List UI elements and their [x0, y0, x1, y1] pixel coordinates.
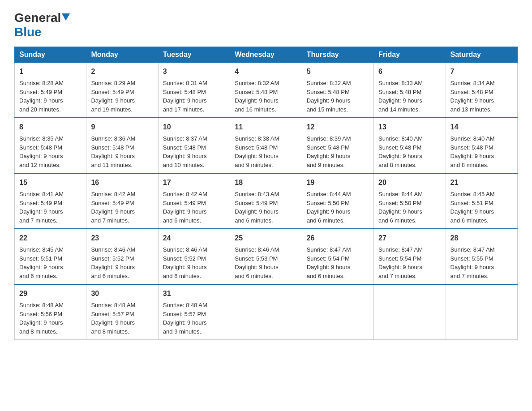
calendar-day-cell: 13Sunrise: 8:40 AMSunset: 5:48 PMDayligh…: [374, 118, 446, 173]
day-info: Sunrise: 8:37 AMSunset: 5:48 PMDaylight:…: [163, 134, 225, 169]
day-info: Sunrise: 8:44 AMSunset: 5:50 PMDaylight:…: [378, 190, 441, 225]
day-info: Sunrise: 8:32 AMSunset: 5:48 PMDaylight:…: [235, 79, 297, 114]
calendar-day-cell: 26Sunrise: 8:47 AMSunset: 5:54 PMDayligh…: [302, 229, 373, 284]
calendar-day-cell: 2Sunrise: 8:29 AMSunset: 5:49 PMDaylight…: [86, 63, 158, 118]
day-number: 11: [235, 122, 297, 133]
calendar-day-cell: 4Sunrise: 8:32 AMSunset: 5:48 PMDaylight…: [230, 63, 302, 118]
day-number: 24: [163, 233, 225, 244]
calendar-day-cell: 29Sunrise: 8:48 AMSunset: 5:56 PMDayligh…: [15, 284, 86, 340]
day-info: Sunrise: 8:48 AMSunset: 5:56 PMDaylight:…: [19, 301, 82, 336]
calendar-day-cell: 27Sunrise: 8:47 AMSunset: 5:54 PMDayligh…: [374, 229, 446, 284]
day-info: Sunrise: 8:46 AMSunset: 5:53 PMDaylight:…: [235, 245, 297, 280]
calendar-day-cell: 16Sunrise: 8:42 AMSunset: 5:49 PMDayligh…: [86, 173, 158, 229]
weekday-header-monday: Monday: [86, 47, 158, 63]
day-number: 14: [450, 122, 513, 133]
calendar-day-cell: [374, 284, 446, 340]
day-info: Sunrise: 8:28 AMSunset: 5:49 PMDaylight:…: [19, 79, 82, 114]
calendar-day-cell: [230, 284, 302, 340]
day-info: Sunrise: 8:39 AMSunset: 5:48 PMDaylight:…: [307, 134, 369, 169]
day-number: 9: [91, 122, 153, 133]
calendar-day-cell: 30Sunrise: 8:48 AMSunset: 5:57 PMDayligh…: [86, 284, 158, 340]
day-info: Sunrise: 8:31 AMSunset: 5:48 PMDaylight:…: [163, 79, 225, 114]
calendar-day-cell: 11Sunrise: 8:38 AMSunset: 5:48 PMDayligh…: [230, 118, 302, 173]
day-number: 19: [307, 177, 369, 188]
calendar-day-cell: [302, 284, 373, 340]
logo-blue: Blue: [14, 25, 42, 39]
calendar-day-cell: 25Sunrise: 8:46 AMSunset: 5:53 PMDayligh…: [230, 229, 302, 284]
day-number: 31: [163, 288, 225, 299]
day-info: Sunrise: 8:47 AMSunset: 5:54 PMDaylight:…: [378, 245, 441, 280]
calendar-day-cell: 15Sunrise: 8:41 AMSunset: 5:49 PMDayligh…: [15, 173, 86, 229]
calendar-day-cell: 3Sunrise: 8:31 AMSunset: 5:48 PMDaylight…: [158, 63, 230, 118]
calendar-day-cell: 31Sunrise: 8:48 AMSunset: 5:57 PMDayligh…: [158, 284, 230, 340]
calendar-day-cell: 28Sunrise: 8:47 AMSunset: 5:55 PMDayligh…: [446, 229, 517, 284]
day-number: 2: [91, 66, 153, 77]
day-number: 10: [163, 122, 225, 133]
day-number: 6: [378, 66, 441, 77]
day-info: Sunrise: 8:35 AMSunset: 5:48 PMDaylight:…: [19, 134, 82, 169]
day-number: 22: [19, 233, 82, 244]
day-number: 20: [378, 177, 441, 188]
day-number: 15: [19, 177, 82, 188]
calendar-week-row: 15Sunrise: 8:41 AMSunset: 5:49 PMDayligh…: [15, 173, 518, 229]
day-number: 29: [19, 288, 82, 299]
day-number: 17: [163, 177, 225, 188]
calendar-day-cell: 17Sunrise: 8:42 AMSunset: 5:49 PMDayligh…: [158, 173, 230, 229]
day-number: 1: [19, 66, 82, 77]
day-number: 5: [307, 66, 369, 77]
day-info: Sunrise: 8:48 AMSunset: 5:57 PMDaylight:…: [91, 301, 153, 336]
calendar-day-cell: 22Sunrise: 8:45 AMSunset: 5:51 PMDayligh…: [15, 229, 86, 284]
weekday-header-row: SundayMondayTuesdayWednesdayThursdayFrid…: [15, 47, 518, 63]
calendar-day-cell: 1Sunrise: 8:28 AMSunset: 5:49 PMDaylight…: [15, 63, 86, 118]
day-info: Sunrise: 8:42 AMSunset: 5:49 PMDaylight:…: [91, 190, 153, 225]
day-info: Sunrise: 8:29 AMSunset: 5:49 PMDaylight:…: [91, 79, 153, 114]
day-info: Sunrise: 8:45 AMSunset: 5:51 PMDaylight:…: [19, 245, 82, 280]
day-number: 21: [450, 177, 513, 188]
calendar-day-cell: 5Sunrise: 8:32 AMSunset: 5:48 PMDaylight…: [302, 63, 373, 118]
day-info: Sunrise: 8:48 AMSunset: 5:57 PMDaylight:…: [163, 301, 225, 336]
weekday-header-sunday: Sunday: [15, 47, 86, 63]
weekday-header-thursday: Thursday: [302, 47, 373, 63]
weekday-header-wednesday: Wednesday: [230, 47, 302, 63]
day-number: 16: [91, 177, 153, 188]
day-info: Sunrise: 8:36 AMSunset: 5:48 PMDaylight:…: [91, 134, 153, 169]
calendar-day-cell: 10Sunrise: 8:37 AMSunset: 5:48 PMDayligh…: [158, 118, 230, 173]
calendar-week-row: 29Sunrise: 8:48 AMSunset: 5:56 PMDayligh…: [15, 284, 518, 340]
day-info: Sunrise: 8:44 AMSunset: 5:50 PMDaylight:…: [307, 190, 369, 225]
calendar-week-row: 1Sunrise: 8:28 AMSunset: 5:49 PMDaylight…: [15, 63, 518, 118]
calendar-day-cell: 7Sunrise: 8:34 AMSunset: 5:48 PMDaylight…: [446, 63, 517, 118]
day-info: Sunrise: 8:33 AMSunset: 5:48 PMDaylight:…: [378, 79, 441, 114]
day-info: Sunrise: 8:40 AMSunset: 5:48 PMDaylight:…: [378, 134, 441, 169]
logo: General Blue: [14, 11, 70, 39]
day-info: Sunrise: 8:47 AMSunset: 5:55 PMDaylight:…: [450, 245, 513, 280]
svg-marker-0: [62, 13, 70, 21]
day-number: 30: [91, 288, 153, 299]
day-number: 4: [235, 66, 297, 77]
day-number: 13: [378, 122, 441, 133]
day-info: Sunrise: 8:38 AMSunset: 5:48 PMDaylight:…: [235, 134, 297, 169]
day-info: Sunrise: 8:43 AMSunset: 5:49 PMDaylight:…: [235, 190, 297, 225]
weekday-header-saturday: Saturday: [446, 47, 517, 63]
day-info: Sunrise: 8:46 AMSunset: 5:52 PMDaylight:…: [163, 245, 225, 280]
calendar-day-cell: 6Sunrise: 8:33 AMSunset: 5:48 PMDaylight…: [374, 63, 446, 118]
day-info: Sunrise: 8:42 AMSunset: 5:49 PMDaylight:…: [163, 190, 225, 225]
calendar-day-cell: 23Sunrise: 8:46 AMSunset: 5:52 PMDayligh…: [86, 229, 158, 284]
weekday-header-friday: Friday: [374, 47, 446, 63]
calendar-day-cell: 14Sunrise: 8:40 AMSunset: 5:48 PMDayligh…: [446, 118, 517, 173]
calendar-day-cell: 19Sunrise: 8:44 AMSunset: 5:50 PMDayligh…: [302, 173, 373, 229]
day-number: 8: [19, 122, 82, 133]
calendar-day-cell: 21Sunrise: 8:45 AMSunset: 5:51 PMDayligh…: [446, 173, 517, 229]
day-number: 12: [307, 122, 369, 133]
calendar-day-cell: [446, 284, 517, 340]
day-number: 7: [450, 66, 513, 77]
calendar-day-cell: 9Sunrise: 8:36 AMSunset: 5:48 PMDaylight…: [86, 118, 158, 173]
day-info: Sunrise: 8:32 AMSunset: 5:48 PMDaylight:…: [307, 79, 369, 114]
day-number: 18: [235, 177, 297, 188]
day-info: Sunrise: 8:46 AMSunset: 5:52 PMDaylight:…: [91, 245, 153, 280]
day-number: 27: [378, 233, 441, 244]
calendar-day-cell: 8Sunrise: 8:35 AMSunset: 5:48 PMDaylight…: [15, 118, 86, 173]
calendar-week-row: 22Sunrise: 8:45 AMSunset: 5:51 PMDayligh…: [15, 229, 518, 284]
day-info: Sunrise: 8:40 AMSunset: 5:48 PMDaylight:…: [450, 134, 513, 169]
logo-general: General: [14, 11, 61, 25]
day-number: 28: [450, 233, 513, 244]
